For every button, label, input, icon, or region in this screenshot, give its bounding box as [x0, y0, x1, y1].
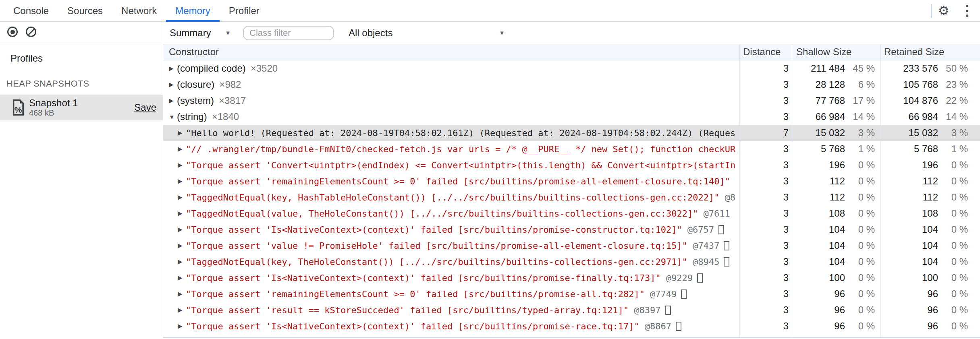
panel-tabs: Console Sources Network Memory Profiler: [4, 0, 269, 21]
clear-profiles-button[interactable]: [26, 27, 36, 37]
perspective-select[interactable]: Summary ▼: [166, 27, 234, 39]
constructor-cell: ▶ "Torque assert 'result == kStoreSucced…: [163, 302, 739, 318]
expander-icon[interactable]: ▶: [178, 322, 186, 330]
column-header-distance[interactable]: Distance: [739, 44, 792, 60]
snapshot-item[interactable]: % Snapshot 1 468 kB Save: [0, 95, 163, 120]
settings-button[interactable]: ⚙: [932, 1, 956, 21]
profiles-heading: Profiles: [10, 53, 163, 64]
string-value: "Torque assert 'value != PromiseHole' fa…: [186, 241, 687, 251]
panel-tab[interactable]: Profiler: [220, 0, 269, 21]
tab-label: Profiler: [229, 5, 260, 17]
shallow-size-percent: 0 %: [845, 256, 875, 267]
expander-icon[interactable]: ▶: [178, 242, 186, 249]
constructor-cell: ▶ "Hello world! (Requested at: 2024-08-1…: [163, 125, 739, 141]
gear-icon: ⚙: [938, 4, 949, 17]
shallow-size-cell: 104 0 %: [792, 221, 880, 238]
table-row[interactable]: ▶ "Torque assert 'remainingElementsCount…: [163, 173, 980, 189]
shallow-size-cell: 112 0 %: [792, 173, 880, 189]
link-box-icon: [724, 241, 729, 250]
retained-size-value: 112: [881, 176, 938, 187]
constructor-name: (compiled code): [177, 63, 246, 74]
heap-snapshots-heading: HEAP SNAPSHOTS: [6, 79, 163, 89]
shallow-size-value: 96: [792, 288, 845, 300]
expander-icon[interactable]: ▶: [178, 210, 186, 217]
retained-size-cell: 233 576 50 %: [880, 60, 980, 76]
grid-rows: ▶ (compiled code) ×3520 3 211 484 45 %: [163, 60, 980, 334]
string-value: "TaggedNotEqual(value, TheHoleConstant()…: [186, 209, 698, 219]
expander-icon[interactable]: ▶: [178, 178, 186, 185]
objects-filter-select[interactable]: All objects ▼: [345, 27, 508, 39]
column-header-retained-size[interactable]: Retained Size: [880, 44, 980, 60]
snapshot-text: Snapshot 1 468 kB: [29, 97, 78, 118]
table-row[interactable]: ▶ "// .wrangler/tmp/bundle-FmNIt0/checke…: [163, 141, 980, 157]
shallow-size-cell: 211 484 45 %: [792, 60, 880, 76]
panel-tab[interactable]: Network: [112, 0, 166, 21]
table-row[interactable]: ▶ "Hello world! (Requested at: 2024-08-1…: [163, 125, 980, 141]
table-row[interactable]: ▶ "Torque assert 'Convert<uintptr>(endIn…: [163, 157, 980, 173]
instance-count: ×982: [219, 79, 241, 90]
table-row[interactable]: ▶ "Torque assert 'Is<NativeContext>(cont…: [163, 221, 980, 238]
chevron-down-icon: ▼: [225, 29, 231, 36]
panel-tab[interactable]: Sources: [58, 0, 112, 21]
record-heap-snapshot-button[interactable]: [7, 27, 18, 37]
constructor-cell: ▶ "Torque assert 'remainingElementsCount…: [163, 173, 739, 189]
expander-icon[interactable]: ▶: [178, 258, 186, 265]
retained-size-value: 105 768: [881, 79, 938, 90]
expander-icon[interactable]: ▶: [169, 97, 177, 104]
distance-cell: 3: [739, 109, 792, 125]
table-row[interactable]: ▶ (system) ×3817 3 77 768 17 %: [163, 93, 980, 109]
expander-icon[interactable]: ▶: [178, 226, 186, 233]
table-row[interactable]: ▶ "Torque assert 'Is<NativeContext>(cont…: [163, 270, 980, 286]
retained-size-cell: 196 0 %: [880, 157, 980, 173]
distance-cell: 3: [739, 189, 792, 205]
instance-count: ×3520: [251, 63, 278, 74]
table-row[interactable]: ▶ (compiled code) ×3520 3 211 484 45 %: [163, 60, 980, 76]
retained-size-percent: 0 %: [938, 256, 968, 267]
save-link[interactable]: Save: [134, 102, 156, 113]
expander-icon[interactable]: ▶: [178, 274, 186, 281]
constructor-cell: ▶ "// .wrangler/tmp/bundle-FmNIt0/checke…: [163, 141, 739, 157]
expander-icon[interactable]: ▶: [178, 129, 186, 136]
expander-icon[interactable]: ▶: [178, 145, 186, 153]
table-row[interactable]: ▶ "Torque assert 'Is<NativeContext>(cont…: [163, 318, 980, 334]
objects-filter-value: All objects: [349, 27, 392, 39]
distance-cell: 3: [739, 270, 792, 286]
table-row[interactable]: ▶ "Torque assert 'result == kStoreSucced…: [163, 302, 980, 318]
shallow-size-value: 196: [792, 159, 845, 171]
retained-size-percent: 0 %: [938, 272, 968, 283]
string-value: "Hello world! (Requested at: 2024-08-19T…: [186, 128, 735, 138]
shallow-size-value: 96: [792, 320, 845, 332]
retained-size-value: 104: [881, 224, 938, 235]
table-row[interactable]: ▶ "TaggedNotEqual(key, TheHoleConstant()…: [163, 254, 980, 270]
expander-icon[interactable]: ▼: [169, 114, 177, 120]
expander-icon[interactable]: ▶: [178, 306, 186, 314]
shallow-size-percent: 0 %: [845, 240, 875, 251]
more-options-button[interactable]: [956, 1, 980, 21]
table-row[interactable]: ▶ "TaggedNotEqual(value, TheHoleConstant…: [163, 205, 980, 221]
panel-tab[interactable]: Memory: [166, 0, 220, 21]
constructor-cell: ▶ "Torque assert 'Is<NativeContext>(cont…: [163, 270, 739, 286]
panel-tab[interactable]: Console: [4, 0, 58, 21]
expander-icon[interactable]: ▶: [178, 194, 186, 201]
column-header-constructor[interactable]: Constructor: [163, 44, 739, 60]
expander-icon[interactable]: ▶: [178, 161, 186, 169]
table-row[interactable]: ▶ "Torque assert 'remainingElementsCount…: [163, 286, 980, 302]
shallow-size-percent: 0 %: [845, 272, 875, 283]
table-row[interactable]: ▼ (string) ×1840 3 66 984 14 %: [163, 109, 980, 125]
snapshot-size: 468 kB: [29, 108, 78, 118]
table-row[interactable]: ▶ "Torque assert 'value != PromiseHole' …: [163, 238, 980, 254]
expander-icon[interactable]: ▶: [169, 81, 177, 88]
shallow-size-cell: 5 768 1 %: [792, 141, 880, 157]
expander-icon[interactable]: ▶: [169, 65, 177, 72]
column-header-shallow-size[interactable]: Shallow Size: [792, 44, 880, 60]
shallow-size-value: 77 768: [792, 95, 845, 106]
shallow-size-value: 100: [792, 272, 845, 283]
retained-size-percent: 0 %: [938, 224, 968, 235]
class-filter-input[interactable]: [243, 26, 334, 40]
expander-icon[interactable]: ▶: [178, 290, 186, 298]
table-row[interactable]: ▶ (closure) ×982 3 28 128 6 %: [163, 76, 980, 93]
link-box-icon: [665, 306, 671, 315]
table-row[interactable]: ▶ "TaggedNotEqual(key, HashTableHoleCons…: [163, 189, 980, 205]
profiles-sidebar: Profiles HEAP SNAPSHOTS % Snapshot 1 468…: [0, 22, 163, 339]
shallow-size-cell: 100 0 %: [792, 270, 880, 286]
